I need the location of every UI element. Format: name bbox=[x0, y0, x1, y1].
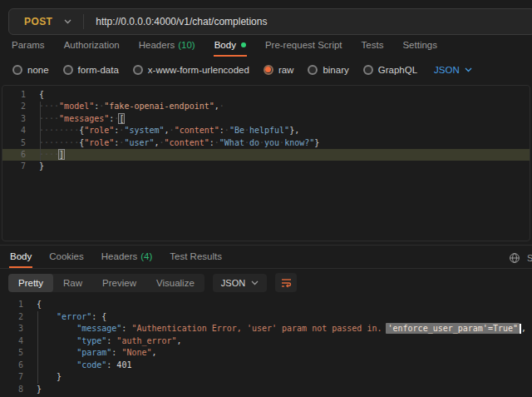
body-mode-row: none form-data x-www-form-urlencoded raw… bbox=[0, 57, 532, 82]
code-token: "param" bbox=[76, 348, 111, 357]
code-token: know?" bbox=[284, 138, 314, 147]
code-line[interactable]: 5········{"role":·"user",·"content":·"Wh… bbox=[2, 137, 530, 149]
code-token: "Be bbox=[229, 126, 244, 135]
code-token: · bbox=[219, 102, 224, 111]
response-headers-count-badge: (4) bbox=[140, 251, 152, 261]
response-code-lines: 1{2 "error": {3 "message": "Authenticati… bbox=[0, 299, 532, 395]
code-token: "fake-openai-endpoint" bbox=[104, 102, 214, 111]
method-selector[interactable]: POST bbox=[9, 16, 64, 27]
url-input[interactable]: http://0.0.0.0:4000/v1/chat/completions bbox=[84, 16, 267, 27]
code-token: ···· bbox=[39, 150, 59, 159]
request-body-editor[interactable]: 1{2····"model":·"fake-openai-endpoint",·… bbox=[2, 85, 530, 241]
indent-guide bbox=[40, 102, 41, 161]
code-token: "type" bbox=[76, 336, 106, 345]
line-number: 4 bbox=[0, 335, 23, 348]
code-token: "messages" bbox=[59, 114, 109, 123]
tab-tests[interactable]: Tests bbox=[361, 36, 385, 57]
response-tab-headers[interactable]: Headers(4) bbox=[101, 247, 154, 268]
code-token: , bbox=[152, 348, 157, 357]
code-token: "role" bbox=[84, 138, 114, 147]
view-visualize[interactable]: Visualize bbox=[146, 274, 204, 292]
line-number: 1 bbox=[2, 89, 26, 101]
request-url-row: POST http://0.0.0.0:4000/v1/chat/complet… bbox=[0, 0, 532, 35]
chevron-down-icon[interactable] bbox=[64, 19, 83, 24]
code-line[interactable]: 1{ bbox=[0, 299, 532, 311]
mode-form-data[interactable]: form-data bbox=[63, 65, 119, 75]
code-token: } bbox=[39, 161, 44, 171]
view-raw[interactable]: Raw bbox=[53, 274, 92, 292]
code-token: "role" bbox=[84, 126, 114, 135]
code-line[interactable]: 6····] bbox=[2, 149, 530, 161]
chevron-down-icon bbox=[251, 280, 259, 285]
mode-raw[interactable]: raw bbox=[264, 65, 294, 75]
request-tabs: Params Authorization Headers(10) Body Pr… bbox=[0, 35, 532, 57]
code-token: } bbox=[57, 372, 62, 381]
code-token bbox=[37, 336, 76, 345]
tab-settings[interactable]: Settings bbox=[401, 36, 438, 57]
response-view-switcher: Pretty Raw Preview Visualize bbox=[8, 274, 204, 292]
view-preview[interactable]: Preview bbox=[92, 274, 146, 292]
code-token: ···· bbox=[39, 102, 59, 111]
code-token: { bbox=[39, 90, 44, 99]
code-token: ········ bbox=[39, 126, 79, 135]
code-token: do bbox=[249, 138, 259, 147]
response-tab-body[interactable]: Body bbox=[9, 247, 32, 268]
code-token: "None" bbox=[121, 348, 151, 357]
globe-icon[interactable] bbox=[509, 252, 520, 264]
tab-params[interactable]: Params bbox=[11, 36, 46, 57]
code-token: ········ bbox=[39, 138, 79, 147]
line-number: 3 bbox=[2, 113, 26, 125]
response-header: Body Cookies Headers(4) Test Results St bbox=[0, 245, 532, 269]
indent-guide bbox=[37, 311, 38, 384]
code-line[interactable]: 3····"messages":·[ bbox=[2, 113, 530, 125]
request-code-lines: 1{2····"model":·"fake-openai-endpoint",·… bbox=[2, 89, 530, 173]
code-line[interactable]: 2 "error": { bbox=[0, 311, 532, 324]
mode-graphql[interactable]: GraphQL bbox=[363, 65, 417, 75]
code-line[interactable]: 1{ bbox=[2, 89, 530, 101]
line-number: 3 bbox=[0, 323, 23, 335]
code-line[interactable]: 3 "message": "Authentication Error, 'use… bbox=[0, 323, 532, 335]
code-line[interactable]: 5 "param": "None", bbox=[0, 347, 532, 360]
response-language-select[interactable]: JSON bbox=[213, 274, 267, 292]
code-token bbox=[37, 324, 76, 333]
view-pretty[interactable]: Pretty bbox=[8, 274, 53, 292]
code-line[interactable]: 8} bbox=[0, 384, 532, 396]
code-token: "model" bbox=[59, 102, 94, 111]
mode-binary[interactable]: binary bbox=[308, 65, 348, 75]
body-content-dot bbox=[241, 42, 246, 47]
response-body-viewer[interactable]: 1{2 "error": {3 "message": "Authenticati… bbox=[0, 296, 532, 397]
request-language-select[interactable]: JSON bbox=[434, 65, 472, 75]
line-number: 7 bbox=[0, 371, 23, 384]
code-token: } bbox=[314, 138, 319, 147]
code-line[interactable]: 4········{"role":·"system",·"content":·"… bbox=[2, 125, 530, 136]
line-number: 4 bbox=[2, 125, 26, 136]
tab-headers[interactable]: Headers(10) bbox=[138, 36, 196, 57]
tab-authorization[interactable]: Authorization bbox=[63, 36, 121, 57]
code-line[interactable]: 2····"model":·"fake-openai-endpoint",· bbox=[2, 101, 530, 112]
code-token: 'enforce_user_param'=True" bbox=[386, 323, 520, 334]
mode-x-www-form-urlencoded[interactable]: x-www-form-urlencoded bbox=[133, 65, 249, 75]
code-token: "auth_error" bbox=[116, 336, 176, 345]
tab-pre-request-script[interactable]: Pre-request Script bbox=[264, 36, 343, 57]
response-tab-test-results[interactable]: Test Results bbox=[169, 247, 223, 268]
code-token: } bbox=[37, 385, 42, 394]
code-line[interactable]: 6 "code": 401 bbox=[0, 360, 532, 372]
radio-icon bbox=[133, 65, 143, 75]
mode-none[interactable]: none bbox=[12, 65, 49, 75]
code-token bbox=[37, 360, 76, 370]
radio-icon bbox=[12, 65, 22, 75]
line-number: 6 bbox=[0, 360, 23, 372]
response-tab-cookies[interactable]: Cookies bbox=[48, 247, 85, 268]
code-line[interactable]: 7} bbox=[2, 161, 530, 172]
wrap-line-button[interactable] bbox=[275, 273, 297, 292]
code-line[interactable]: 7 } bbox=[0, 371, 532, 384]
tab-body[interactable]: Body bbox=[214, 36, 247, 57]
code-token: , bbox=[521, 324, 526, 333]
code-token: helpful" bbox=[249, 126, 289, 135]
code-token: { bbox=[37, 300, 42, 309]
code-token: "error" bbox=[57, 312, 91, 321]
code-token: [ bbox=[119, 114, 124, 123]
code-line[interactable]: 4 "type": "auth_error", bbox=[0, 335, 532, 348]
response-toolbar: Pretty Raw Preview Visualize JSON bbox=[0, 269, 532, 296]
code-token: 401 bbox=[116, 360, 131, 370]
